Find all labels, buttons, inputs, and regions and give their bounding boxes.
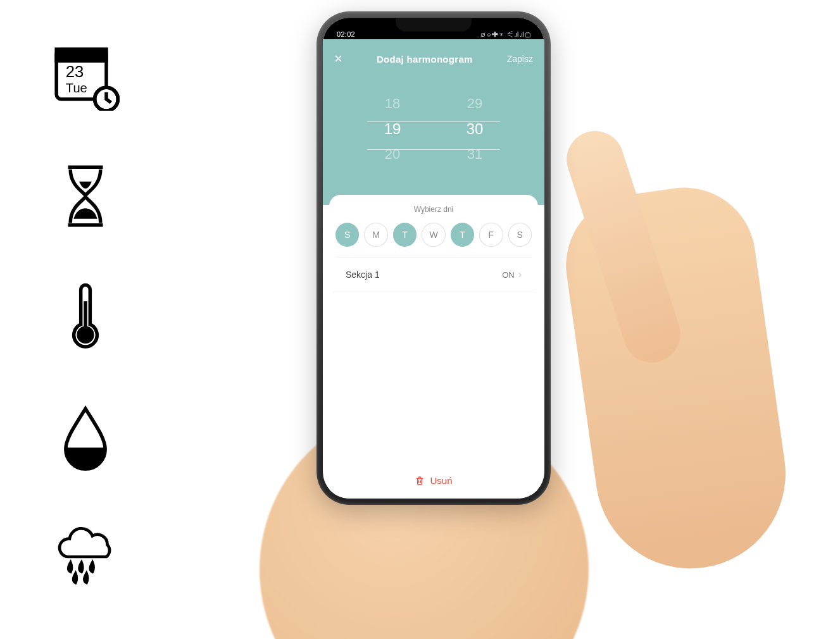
rain-cloud-icon	[47, 519, 123, 595]
chevron-right-icon: ›	[518, 269, 522, 280]
day-toggle-3[interactable]: W	[422, 223, 445, 247]
minute-column[interactable]: 29 30 31	[456, 78, 494, 180]
status-time: 02:02	[337, 30, 355, 38]
phone-notch	[396, 18, 472, 32]
thermometer-icon	[47, 278, 123, 354]
day-toggle-2[interactable]: T	[393, 223, 417, 247]
delete-label: Usuń	[430, 475, 452, 486]
svg-rect-1	[56, 49, 106, 61]
trash-icon	[415, 476, 425, 486]
section-row[interactable]: Sekcja 1 ON ›	[333, 257, 534, 292]
close-icon[interactable]: ×	[334, 52, 342, 66]
section-label: Sekcja 1	[346, 270, 380, 280]
day-toggle-6[interactable]: S	[508, 223, 532, 247]
feature-icon-column: 23 Tue	[47, 38, 123, 595]
svg-text:Tue: Tue	[66, 81, 87, 95]
days-title: Wybierz dni	[329, 205, 538, 214]
save-button[interactable]: Zapisz	[507, 54, 533, 64]
days-card: Wybierz dni SMTWTFS Sekcja 1 ON › Usuń	[329, 195, 538, 499]
day-toggle-1[interactable]: M	[364, 223, 387, 247]
section-value: ON	[502, 270, 515, 280]
day-toggle-0[interactable]: S	[335, 223, 359, 247]
svg-rect-7	[84, 301, 87, 330]
drop-icon	[47, 399, 123, 475]
hour-column[interactable]: 18 19 20	[373, 78, 411, 180]
svg-text:23: 23	[66, 63, 84, 80]
day-toggle-5[interactable]: F	[479, 223, 503, 247]
day-selector: SMTWTFS	[335, 223, 532, 257]
schedule-header-panel: × Dodaj harmonogram Zapisz 18 19 20 29 3…	[323, 39, 544, 205]
hourglass-icon	[47, 158, 123, 234]
phone-frame: 02:02 ⌀ ⊙ ✱ ᯤ ⚟ .ıl .ıl ▢ × Dodaj harmon…	[317, 11, 551, 505]
delete-button[interactable]: Usuń	[329, 465, 538, 499]
phone-screen: 02:02 ⌀ ⊙ ✱ ᯤ ⚟ .ıl .ıl ▢ × Dodaj harmon…	[323, 18, 544, 499]
page-title: Dodaj harmonogram	[377, 54, 473, 65]
time-picker[interactable]: 18 19 20 29 30 31	[323, 72, 544, 205]
status-indicators: ⌀ ⊙ ✱ ᯤ ⚟ .ıl .ıl ▢	[480, 31, 530, 38]
calendar-clock-icon: 23 Tue	[47, 38, 123, 114]
day-toggle-4[interactable]: T	[451, 223, 474, 247]
